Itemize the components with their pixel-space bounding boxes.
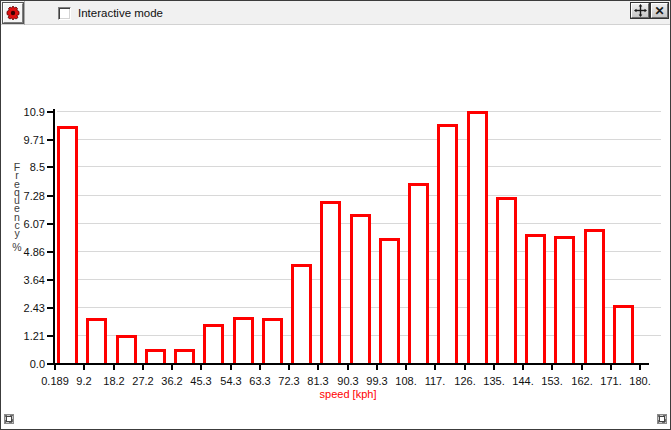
histogram-bar — [145, 349, 166, 363]
x-axis-tick — [200, 365, 202, 370]
x-axis-tick — [522, 365, 524, 370]
histogram-bar — [554, 236, 575, 363]
histogram-bar — [613, 305, 634, 363]
x-axis-tick — [230, 365, 232, 370]
settings-gear-button[interactable] — [3, 3, 23, 23]
y-axis-tick — [47, 139, 53, 141]
x-axis-tick — [493, 365, 495, 370]
y-axis-title: Frequency% — [8, 163, 26, 251]
y-tick-label: 9.71 — [5, 134, 45, 146]
histogram-bar — [379, 238, 400, 363]
x-axis-tick — [317, 365, 319, 370]
y-axis-tick — [47, 335, 53, 337]
y-tick-label: 10.9 — [5, 106, 45, 118]
x-axis-tick — [405, 365, 407, 370]
x-axis-tick — [464, 365, 466, 370]
histogram-bar — [467, 111, 488, 363]
y-axis-tick — [47, 223, 53, 225]
x-axis-tick — [54, 365, 56, 370]
y-axis-tick — [47, 251, 53, 253]
x-axis-title: speed [kph] — [278, 388, 418, 400]
x-axis-tick — [83, 365, 85, 370]
gridline — [57, 166, 661, 167]
tool-panel — [1, 1, 25, 25]
histogram-bar — [584, 229, 605, 363]
histogram-bar — [496, 197, 517, 363]
resize-grip-bottom-left[interactable] — [4, 414, 14, 424]
histogram-bar — [233, 317, 254, 363]
move-window-button[interactable] — [631, 3, 649, 18]
y-axis-tick — [47, 279, 53, 281]
y-tick-label: 0.0 — [5, 358, 45, 370]
x-axis-tick — [610, 365, 612, 370]
gridline — [57, 111, 661, 112]
x-axis-tick — [259, 365, 261, 370]
histogram-bar — [320, 201, 341, 363]
y-axis-tick — [47, 307, 53, 309]
x-axis-tick — [551, 365, 553, 370]
histogram-bar — [291, 264, 312, 363]
histogram-bar — [350, 214, 371, 363]
close-window-button[interactable]: ✕ — [651, 3, 668, 18]
close-icon: ✕ — [654, 5, 664, 17]
histogram-plot-area: 0.01.212.433.644.866.077.288.59.7110.90.… — [1, 26, 671, 406]
y-axis-tick — [47, 363, 53, 365]
histogram-bar — [408, 183, 429, 363]
toolbar: Interactive mode ✕ — [1, 1, 670, 25]
x-axis-tick — [347, 365, 349, 370]
x-axis-tick — [376, 365, 378, 370]
histogram-bar — [116, 335, 137, 363]
y-axis-line — [53, 109, 55, 365]
x-axis-tick — [142, 365, 144, 370]
y-tick-label: 1.21 — [5, 330, 45, 342]
x-axis-tick — [639, 365, 641, 370]
histogram-bar — [174, 349, 195, 363]
gear-icon — [5, 5, 21, 21]
gridline — [57, 139, 661, 140]
interactive-mode-label: Interactive mode — [78, 7, 163, 19]
x-axis-tick — [434, 365, 436, 370]
histogram-bar — [86, 318, 107, 363]
interactive-mode-checkbox[interactable] — [58, 7, 71, 20]
x-axis-tick — [113, 365, 115, 370]
chart-window: Interactive mode ✕ R: 203Qual, complete … — [0, 0, 671, 430]
histogram-bar — [57, 126, 78, 363]
histogram-bar — [203, 324, 224, 363]
gridline — [57, 195, 661, 196]
y-axis-tick — [47, 166, 53, 168]
y-axis-tick — [47, 111, 53, 113]
histogram-bar — [525, 234, 546, 363]
move-icon — [634, 4, 647, 17]
histogram-bar — [262, 318, 283, 363]
y-axis-tick — [47, 195, 53, 197]
x-axis-tick — [581, 365, 583, 370]
x-axis-tick — [171, 365, 173, 370]
histogram-bar — [437, 124, 458, 363]
y-tick-label: 2.43 — [5, 302, 45, 314]
y-tick-label: 3.64 — [5, 274, 45, 286]
resize-grip-bottom-right[interactable] — [657, 414, 667, 424]
x-axis-tick — [288, 365, 290, 370]
x-tick-label: 180. — [618, 375, 662, 387]
